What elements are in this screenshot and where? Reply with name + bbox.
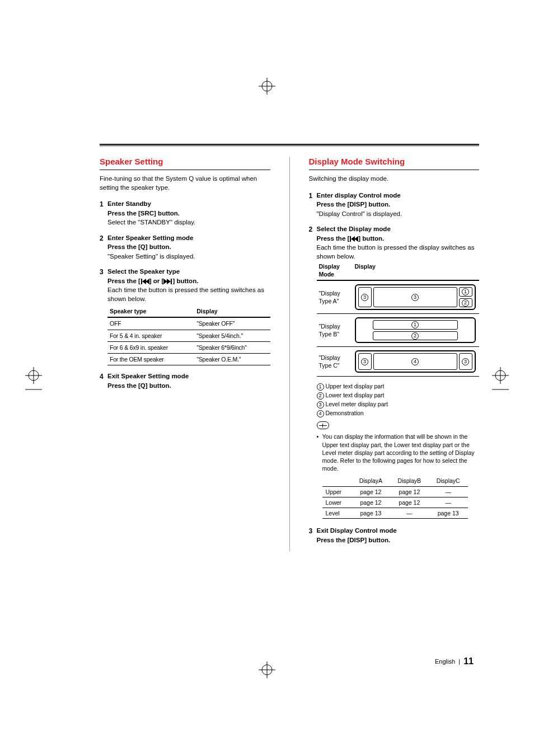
table-row: "Display Type C" 3 4 3 <box>317 347 480 377</box>
step: 1 Enter display Control mode Press the [… <box>309 191 480 219</box>
table-row: "Display Type B" 1 2 <box>317 314 480 347</box>
segment: 3 <box>373 287 457 307</box>
segment: 3 <box>459 353 472 370</box>
step-number: 3 <box>309 527 313 536</box>
step: 2 Select the Display mode Press the [] b… <box>309 225 480 519</box>
svg-marker-16 <box>146 279 149 284</box>
svg-point-6 <box>29 370 39 381</box>
label-text: Press the [ <box>107 278 140 284</box>
step-title: Exit Speaker Setting mode <box>107 372 270 381</box>
step-number: 4 <box>100 372 104 381</box>
display-diagram-a: 3 1 3 2 <box>355 284 476 310</box>
step-line: Press the [SRC] button. <box>107 209 270 218</box>
step-number: 2 <box>100 234 104 243</box>
table-row: Lowerpage 12page 12— <box>322 497 468 508</box>
step-line: Press the [DISP] button. <box>317 536 480 545</box>
step-line: Press the [] button. <box>317 234 480 243</box>
display-diagram-c: 3 4 3 <box>355 350 476 373</box>
step-line: Press the [Q] button. <box>107 243 270 252</box>
circled-number: 4 <box>411 358 419 365</box>
page-reference-table: DisplayA DisplayB DisplayC Upperpage 12p… <box>322 476 468 519</box>
registration-mark-icon <box>259 661 275 678</box>
segment: 1 <box>373 320 458 330</box>
circled-number: 2 <box>462 299 469 307</box>
table-row: "Display Type A" 3 1 3 2 <box>317 280 480 314</box>
legend-item: 4 Demonstration <box>317 409 480 417</box>
step: 4 Exit Speaker Setting mode Press the [Q… <box>100 372 270 390</box>
circled-number: 1 <box>411 321 419 328</box>
intro-text: Switching the display mode. <box>309 175 480 184</box>
step-title: Enter display Control mode <box>317 191 480 200</box>
registration-mark-icon <box>25 367 42 395</box>
left-column: Speaker Setting Fine-tuning so that the … <box>100 157 274 551</box>
skip-forward-icon <box>163 278 172 284</box>
registration-mark-icon <box>492 367 509 395</box>
legend-item: 1 Upper text display part <box>317 382 480 391</box>
legend-item: 2 Lower text display part <box>317 391 480 400</box>
step: 3 Select the Speaker type Press the [] o… <box>100 267 270 365</box>
skip-back-icon <box>140 278 149 284</box>
table-header: DisplayB <box>390 476 429 486</box>
step: 2 Enter Speaker Setting mode Press the [… <box>100 234 270 261</box>
section-title-speaker-setting: Speaker Setting <box>100 157 270 170</box>
segment: 2 <box>373 331 458 341</box>
note-bullet: You can display the information that wil… <box>317 433 480 472</box>
registration-mark-icon <box>259 78 275 95</box>
circled-number: 3 <box>411 294 419 301</box>
segment: 2 <box>459 298 472 308</box>
step-number: 1 <box>309 191 313 200</box>
page-number: 11 <box>463 656 474 666</box>
table-header: DisplayC <box>429 476 468 486</box>
page-footer: English | 11 <box>435 656 474 666</box>
circled-number: 2 <box>411 332 419 340</box>
intro-text: Fine-tuning so that the System Q value i… <box>100 175 270 192</box>
table-row: For the OEM speaker"Speaker O.E.M." <box>107 353 270 365</box>
circled-number: 3 <box>361 358 368 365</box>
circled-number: 1 <box>462 288 469 295</box>
segment: 4 <box>373 353 457 370</box>
section-divider <box>100 144 479 146</box>
table-header <box>322 476 352 486</box>
step-title: Select the Display mode <box>317 225 480 234</box>
step-title: Exit Display Control mode <box>317 527 480 536</box>
step-line: Press the [DISP] button. <box>317 200 480 209</box>
display-diagram-b: 1 2 <box>355 317 476 343</box>
footer-language: English <box>435 658 455 665</box>
section-title-display-mode: Display Mode Switching <box>309 157 480 170</box>
table-header: DisplayA <box>352 476 390 486</box>
table-header: Display <box>353 261 480 280</box>
table-row: Upperpage 12page 12— <box>322 486 468 497</box>
step-line: Each time the button is pressed the disp… <box>317 243 480 261</box>
table-header: Display <box>194 306 270 317</box>
note-icon <box>317 421 329 429</box>
label-text: ] or [ <box>149 278 164 284</box>
segment: 3 <box>358 287 372 307</box>
cell-mode: "Display Type B" <box>317 314 353 347</box>
step-title: Enter Standby <box>107 200 270 209</box>
step: 1 Enter Standby Press the [SRC] button. … <box>100 200 270 227</box>
cell-mode: "Display Type C" <box>317 347 353 377</box>
label-text: Press the [ <box>317 235 350 242</box>
step-number: 3 <box>100 267 104 276</box>
step-line: "Speaker Setting" is displayed. <box>107 252 270 261</box>
footer-separator: | <box>458 658 460 665</box>
table-row: For 5 & 4 in. speaker"Speaker 5/4inch." <box>107 330 270 341</box>
step: 3 Exit Display Control mode Press the [D… <box>309 527 480 544</box>
display-mode-table: Display Mode Display "Display Type A" 3 … <box>317 261 480 377</box>
step-number: 2 <box>309 225 313 234</box>
svg-marker-21 <box>351 236 355 242</box>
svg-marker-17 <box>163 279 167 284</box>
cell-mode: "Display Type A" <box>317 280 353 314</box>
table-row: Levelpage 13—page 13 <box>322 508 468 518</box>
legend-item: 3 Level meter display part <box>317 400 480 408</box>
label-text: ] button. <box>358 235 384 242</box>
circled-number: 3 <box>361 294 368 301</box>
svg-point-0 <box>262 81 272 91</box>
table-header: Display Mode <box>317 261 353 280</box>
step-title: Enter Speaker Setting mode <box>107 234 270 243</box>
table-header: Speaker type <box>107 306 194 317</box>
skip-back-icon <box>349 235 358 242</box>
legend: 1 Upper text display part 2 Lower text d… <box>317 382 480 433</box>
right-column: Display Mode Switching Switching the dis… <box>306 157 480 551</box>
svg-point-3 <box>262 665 272 675</box>
